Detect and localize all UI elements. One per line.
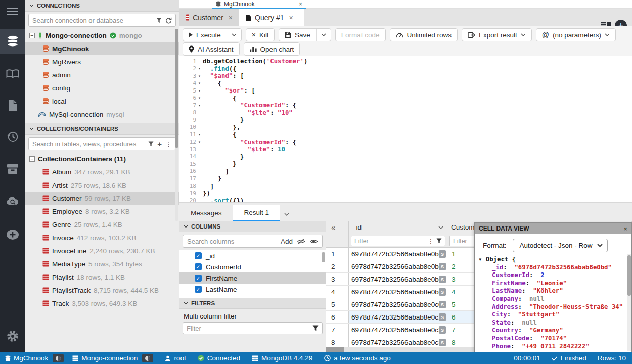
connection-tree-item[interactable]: MgRivers: [25, 55, 179, 68]
expand-triangle-icon[interactable]: ▾: [478, 256, 486, 263]
menu-icon[interactable]: [0, 0, 25, 22]
editor-code[interactable]: db.getCollection('Customer') .find({ "$a…: [203, 56, 632, 202]
statusbar-server-version[interactable]: MongoDB 4.4.29: [252, 354, 312, 362]
close-icon[interactable]: ×: [289, 14, 293, 22]
unlimited-rows-button[interactable]: Unlimited rows: [390, 28, 458, 41]
settings-icon[interactable]: [0, 324, 25, 348]
fold-arrow-icon[interactable]: ▾: [196, 103, 203, 108]
collection-item[interactable]: Artist275 rows, 18.6 KB: [25, 178, 179, 192]
fold-arrow-icon[interactable]: ▾: [196, 140, 203, 144]
column-list-item[interactable]: ✓_id: [179, 250, 326, 261]
open-chart-button[interactable]: Open chart: [244, 42, 300, 56]
connection-tree-item[interactable]: MgChinook: [25, 42, 179, 55]
tab-messages[interactable]: Messages: [179, 205, 233, 221]
collapse-toggle-icon[interactable]: −: [29, 156, 35, 162]
hide-all-icon[interactable]: [297, 238, 305, 245]
collection-item[interactable]: Album347 rows, 29.1 KB: [25, 165, 179, 178]
ai-assistant-button[interactable]: AI Assistant: [183, 42, 240, 56]
collections-root-item[interactable]: −Collections/Containers (11): [25, 152, 179, 165]
result-tabs-dropdown-icon[interactable]: [284, 213, 289, 216]
fold-arrow-icon[interactable]: ▾: [196, 74, 203, 78]
close-icon[interactable]: ×: [623, 225, 627, 233]
fold-arrow-icon[interactable]: ▾: [196, 88, 203, 93]
collection-item[interactable]: Playlist18 rows, 1.1 KB: [25, 270, 179, 284]
add-icon[interactable]: +: [157, 141, 162, 147]
show-all-icon[interactable]: [309, 238, 318, 245]
files-icon[interactable]: [0, 93, 25, 117]
fold-arrow-icon[interactable]: ▾: [196, 81, 203, 85]
databases-icon[interactable]: [0, 29, 25, 54]
checkbox-checked[interactable]: ✓: [195, 286, 202, 293]
filter-icon[interactable]: [156, 18, 162, 23]
collapse-toggle-icon[interactable]: −: [29, 33, 35, 38]
json-tree-view[interactable]: ▾ Object {_id: "6978d7472b32566abab8e0bd…: [475, 256, 631, 350]
filter-icon[interactable]: [148, 141, 154, 147]
column-list-item[interactable]: ✓LastName: [179, 284, 326, 295]
collection-item[interactable]: Track3,503 rows, 649.3 KB: [25, 297, 179, 310]
collapse-columns-button[interactable]: «: [326, 221, 349, 234]
query-history-icon[interactable]: [0, 124, 25, 149]
connection-tree-item[interactable]: local: [25, 95, 179, 108]
collection-item[interactable]: Customer59 rows, 17 KB: [25, 192, 179, 205]
database-color-badge[interactable]: [53, 354, 64, 362]
columns-scrollbar[interactable]: [322, 251, 325, 297]
connection-tree-item[interactable]: config: [25, 81, 179, 95]
collection-item[interactable]: Employee8 rows, 3.2 KB: [25, 205, 179, 218]
connections-section-header[interactable]: CONNECTIONS: [25, 0, 179, 12]
connection-search-input[interactable]: Search connection or database: [28, 14, 176, 27]
multi-column-filter-input[interactable]: Filter: [183, 322, 323, 334]
statusbar-user[interactable]: root: [165, 354, 186, 362]
collection-item[interactable]: Genre25 rows, 1.4 KB: [25, 218, 179, 231]
statusbar-connection-status[interactable]: Connected: [198, 354, 240, 362]
query-editor[interactable]: 12▾3▾4▾5▾6▾7▾891011▾12▾1314151617181920 …: [179, 56, 632, 202]
column-header-id[interactable]: _id: [349, 221, 447, 234]
collection-item[interactable]: PlaylistTrack8,715 rows, 444.5 KB: [25, 284, 179, 297]
cell-id[interactable]: 6978d7472b32566abab8e0bdS: [349, 260, 447, 272]
cell-id[interactable]: 6978d7472b32566abab8e0c2S: [349, 324, 447, 336]
kebab-menu-icon[interactable]: ⋮: [165, 140, 172, 148]
parameters-button[interactable]: @ (no parameters): [536, 28, 616, 41]
documentation-icon[interactable]: [0, 62, 25, 86]
checkbox-checked[interactable]: ✓: [195, 252, 202, 259]
cell-id[interactable]: 6978d7472b32566abab8e0bcS: [349, 248, 447, 260]
cell-data-view-titlebar[interactable]: CELL DATA VIEW ×: [475, 223, 631, 234]
fold-arrow-icon[interactable]: ▾: [196, 66, 203, 71]
cell-id[interactable]: 6978d7472b32566abab8e0bfS: [349, 286, 447, 298]
cell-id[interactable]: 6978d7472b32566abab8e0beS: [349, 273, 447, 285]
cell-id[interactable]: 6978d7472b32566abab8e0c1S: [349, 311, 447, 323]
statusbar-time-ago[interactable]: a few seconds ago: [324, 354, 391, 362]
columns-header[interactable]: COLUMNS: [179, 221, 326, 232]
close-icon[interactable]: ×: [229, 14, 233, 22]
id-filter-input[interactable]: Filter ⋮: [351, 236, 445, 246]
json-object-header[interactable]: ▾ Object {: [478, 256, 631, 264]
tables-search-input[interactable]: Search in tables, views, procedures + ⋮: [28, 137, 176, 150]
checkbox-checked[interactable]: ✓: [195, 275, 202, 282]
collections-section-header[interactable]: COLLECTIONS/CONTAINERS: [25, 123, 179, 135]
statusbar-database[interactable]: MgChinook: [5, 354, 48, 362]
collection-item[interactable]: InvoiceLine2,240 rows, 230.7 KB: [25, 244, 179, 257]
fold-arrow-icon[interactable]: ▾: [196, 96, 203, 100]
cell-id[interactable]: 6978d7472b32566abab8e0c3S: [349, 336, 447, 348]
connection-tree-item[interactable]: admin: [25, 68, 179, 81]
json-scrollbar[interactable]: [627, 254, 631, 351]
refresh-icon[interactable]: [165, 17, 172, 24]
archive-icon[interactable]: [0, 157, 25, 181]
close-icon[interactable]: ×: [299, 1, 302, 8]
cloud-search-icon[interactable]: [0, 189, 25, 213]
collection-item[interactable]: MediaType5 rows, 354 bytes: [25, 257, 179, 270]
column-list-item[interactable]: ✓CustomerId: [179, 261, 326, 272]
collection-item[interactable]: Invoice412 rows, 103.2 KB: [25, 231, 179, 244]
execute-button[interactable]: Execute: [183, 29, 227, 41]
tab-result-1[interactable]: Result 1: [233, 205, 281, 221]
save-dropdown[interactable]: [316, 29, 331, 41]
connection-color-badge[interactable]: [142, 354, 153, 362]
tab-query-1[interactable]: Query #1 ×: [239, 9, 304, 26]
format-select[interactable]: Autodetect - Json - Row: [513, 239, 608, 252]
kebab-menu-icon[interactable]: ⋮: [428, 238, 434, 245]
format-code-button[interactable]: Format code: [335, 28, 386, 41]
checkbox-checked[interactable]: ✓: [195, 263, 202, 270]
columns-search-input[interactable]: Search columns Add: [183, 235, 323, 248]
fold-arrow-icon[interactable]: ▾: [196, 132, 203, 137]
execute-dropdown[interactable]: [227, 29, 241, 41]
add-column-button[interactable]: Add: [281, 238, 293, 245]
